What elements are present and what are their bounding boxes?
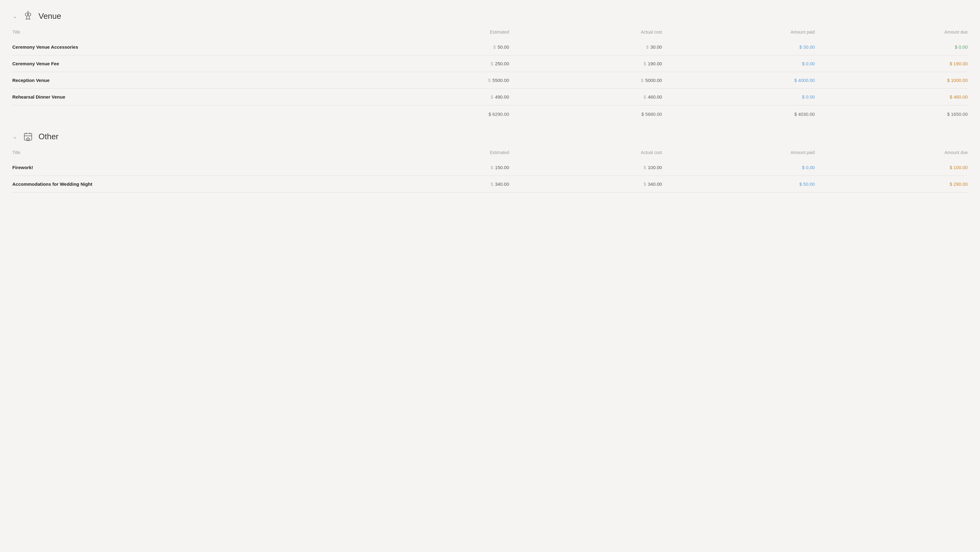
estimated-value: 490.00 xyxy=(495,94,509,100)
totals-label-empty xyxy=(12,105,356,118)
chevron-down-icon[interactable]: ⌄ xyxy=(12,133,18,140)
table-row: Firework!$150.00$100.00$ 0.00$ 100.00 xyxy=(12,159,968,176)
dollar-sign: $ xyxy=(646,45,649,49)
item-title: Accommodations for Wedding Night xyxy=(12,176,356,192)
actual-value: 460.00 xyxy=(648,94,662,100)
dollar-sign: $ xyxy=(644,182,646,187)
dollar-sign: $ xyxy=(644,95,646,100)
column-header-estimated: Estimated xyxy=(356,30,509,39)
dollar-sign: $ xyxy=(644,61,646,66)
actual-value: 190.00 xyxy=(648,61,662,66)
column-header-amount-paid: Amount paid xyxy=(662,30,815,39)
column-header-estimated: Estimated xyxy=(356,150,509,159)
amount-paid: $ 4000.00 xyxy=(662,72,815,89)
dollar-sign: $ xyxy=(491,182,493,187)
actual-cost-amount: $30.00 xyxy=(509,39,662,56)
column-header-amount-due: Amount due xyxy=(815,150,968,159)
paid-dollar: $ 0.00 xyxy=(802,61,815,66)
item-title: Ceremony Venue Accessories xyxy=(12,39,356,56)
column-header-title: Title xyxy=(12,150,356,159)
amount-due: $ 1000.00 xyxy=(815,72,968,89)
due-value: $ 190.00 xyxy=(950,61,968,66)
estimated-amount: $150.00 xyxy=(356,159,509,176)
svg-rect-7 xyxy=(24,134,32,140)
svg-point-6 xyxy=(28,11,29,12)
estimated-amount: $50.00 xyxy=(356,39,509,56)
actual-value: 30.00 xyxy=(651,45,662,49)
paid-dollar: $ 0.00 xyxy=(802,94,815,100)
amount-paid: $ 0.00 xyxy=(662,56,815,72)
column-header-amount-paid: Amount paid xyxy=(662,150,815,159)
total-estimated: $ 6290.00 xyxy=(356,105,509,118)
actual-cost-amount: $190.00 xyxy=(509,56,662,72)
estimated-amount: $340.00 xyxy=(356,176,509,192)
total-paid: $ 4030.00 xyxy=(662,105,815,118)
venue-section-title: Venue xyxy=(38,11,61,21)
item-title: Rehearsal Dinner Venue xyxy=(12,89,356,105)
section-venue: ⌄ VenueTitleEstimatedActual costAmount p… xyxy=(12,10,968,118)
amount-due: $ 460.00 xyxy=(815,89,968,105)
estimated-value: 250.00 xyxy=(495,61,509,66)
due-value: $ 1000.00 xyxy=(947,78,968,83)
dollar-sign: $ xyxy=(493,45,496,49)
amount-due: $ 0.00 xyxy=(815,39,968,56)
actual-value: 340.00 xyxy=(648,181,662,187)
dollar-sign: $ xyxy=(644,165,646,170)
due-value: $ 290.00 xyxy=(950,181,968,187)
table-row: Rehearsal Dinner Venue$490.00$460.00$ 0.… xyxy=(12,89,968,105)
item-title: Reception Venue xyxy=(12,72,356,89)
column-header-actual-cost: Actual cost xyxy=(509,150,662,159)
column-header-amount-due: Amount due xyxy=(815,30,968,39)
estimated-amount: $250.00 xyxy=(356,56,509,72)
estimated-amount: $490.00 xyxy=(356,89,509,105)
totals-row: $ 6290.00$ 5680.00$ 4030.00$ 1650.00 xyxy=(12,105,968,118)
actual-value: 100.00 xyxy=(648,165,662,170)
amount-due: $ 290.00 xyxy=(815,176,968,192)
dollar-sign: $ xyxy=(641,78,643,83)
table-row: Accommodations for Wedding Night$340.00$… xyxy=(12,176,968,192)
due-value: $ 100.00 xyxy=(950,165,968,170)
actual-cost-amount: $100.00 xyxy=(509,159,662,176)
amount-paid: $ 0.00 xyxy=(662,159,815,176)
paid-dollar: $ 30.00 xyxy=(800,45,815,49)
estimated-value: 5500.00 xyxy=(492,78,509,83)
amount-due: $ 190.00 xyxy=(815,56,968,72)
table-row: Reception Venue$5500.00$5000.00$ 4000.00… xyxy=(12,72,968,89)
section-other: ⌄ OtherTitleEstimatedActual costAmount p… xyxy=(12,130,968,192)
venue-category-icon xyxy=(22,10,34,22)
estimated-value: 50.00 xyxy=(497,45,509,49)
other-section-title: Other xyxy=(38,132,59,142)
estimated-value: 150.00 xyxy=(495,165,509,170)
total-due: $ 1650.00 xyxy=(815,105,968,118)
amount-due: $ 100.00 xyxy=(815,159,968,176)
amount-paid: $ 0.00 xyxy=(662,89,815,105)
dollar-sign: $ xyxy=(491,95,493,100)
due-value: $ 460.00 xyxy=(950,94,968,100)
chevron-down-icon[interactable]: ⌄ xyxy=(12,12,18,20)
due-value: $ 0.00 xyxy=(955,45,968,49)
estimated-amount: $5500.00 xyxy=(356,72,509,89)
column-header-actual-cost: Actual cost xyxy=(509,30,662,39)
actual-cost-amount: $5000.00 xyxy=(509,72,662,89)
paid-dollar: $ 4000.00 xyxy=(794,78,815,83)
table-row: Ceremony Venue Fee$250.00$190.00$ 0.00$ … xyxy=(12,56,968,72)
paid-dollar: $ 50.00 xyxy=(800,181,815,187)
item-title: Firework! xyxy=(12,159,356,176)
actual-cost-amount: $340.00 xyxy=(509,176,662,192)
column-header-title: Title xyxy=(12,30,356,39)
item-title: Ceremony Venue Fee xyxy=(12,56,356,72)
table-row: Ceremony Venue Accessories$50.00$30.00$ … xyxy=(12,39,968,56)
paid-dollar: $ 0.00 xyxy=(802,165,815,170)
actual-cost-amount: $460.00 xyxy=(509,89,662,105)
total-actual: $ 5680.00 xyxy=(509,105,662,118)
dollar-sign: $ xyxy=(491,165,493,170)
other-category-icon xyxy=(22,130,34,143)
dollar-sign: $ xyxy=(488,78,491,83)
actual-value: 5000.00 xyxy=(645,78,662,83)
amount-paid: $ 50.00 xyxy=(662,176,815,192)
amount-paid: $ 30.00 xyxy=(662,39,815,56)
estimated-value: 340.00 xyxy=(495,181,509,187)
dollar-sign: $ xyxy=(491,61,493,66)
